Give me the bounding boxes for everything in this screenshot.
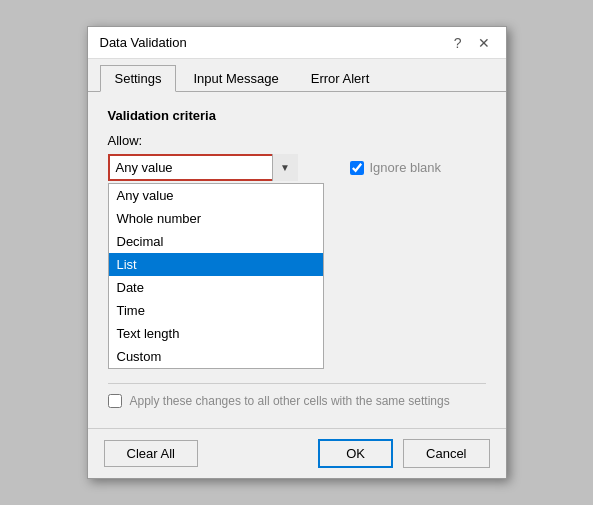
footer: Clear All OK Cancel — [88, 428, 506, 478]
title-bar-buttons: ? ✕ — [450, 36, 494, 50]
help-button[interactable]: ? — [450, 36, 466, 50]
tab-error-alert[interactable]: Error Alert — [296, 65, 385, 91]
tab-settings[interactable]: Settings — [100, 65, 177, 92]
tab-bar: Settings Input Message Error Alert — [88, 59, 506, 92]
apply-changes-checkbox[interactable] — [108, 394, 122, 408]
allow-label: Allow: — [108, 133, 143, 148]
apply-label: Apply these changes to all other cells w… — [130, 394, 450, 408]
settings-content: Validation criteria Allow: Any value ▼ A… — [88, 92, 506, 428]
apply-row: Apply these changes to all other cells w… — [108, 383, 486, 412]
ignore-blank-label: Ignore blank — [370, 160, 442, 175]
tab-input-message[interactable]: Input Message — [178, 65, 293, 91]
section-label: Validation criteria — [108, 108, 486, 123]
title-bar: Data Validation ? ✕ — [88, 27, 506, 59]
list-item-custom[interactable]: Custom — [109, 345, 323, 368]
allow-select-display[interactable]: Any value — [108, 154, 298, 181]
list-item-text-length[interactable]: Text length — [109, 322, 323, 345]
list-item-any-value[interactable]: Any value — [109, 184, 323, 207]
list-item-time[interactable]: Time — [109, 299, 323, 322]
close-button[interactable]: ✕ — [474, 36, 494, 50]
ignore-blank-checkbox[interactable] — [350, 161, 364, 175]
list-item-date[interactable]: Date — [109, 276, 323, 299]
dialog-title: Data Validation — [100, 35, 187, 50]
clear-all-button[interactable]: Clear All — [104, 440, 198, 467]
list-item-whole-number[interactable]: Whole number — [109, 207, 323, 230]
ok-button[interactable]: OK — [318, 439, 393, 468]
list-item-list[interactable]: List — [109, 253, 323, 276]
cancel-button[interactable]: Cancel — [403, 439, 489, 468]
ignore-blank-row: Ignore blank — [350, 160, 442, 175]
allow-row: Allow: — [108, 133, 486, 148]
data-validation-dialog: Data Validation ? ✕ Settings Input Messa… — [87, 26, 507, 479]
allow-select-wrapper: Any value ▼ — [108, 154, 298, 181]
footer-right-buttons: OK Cancel — [318, 439, 489, 468]
list-item-decimal[interactable]: Decimal — [109, 230, 323, 253]
dropdown-list: Any value Whole number Decimal List Date… — [108, 183, 324, 369]
